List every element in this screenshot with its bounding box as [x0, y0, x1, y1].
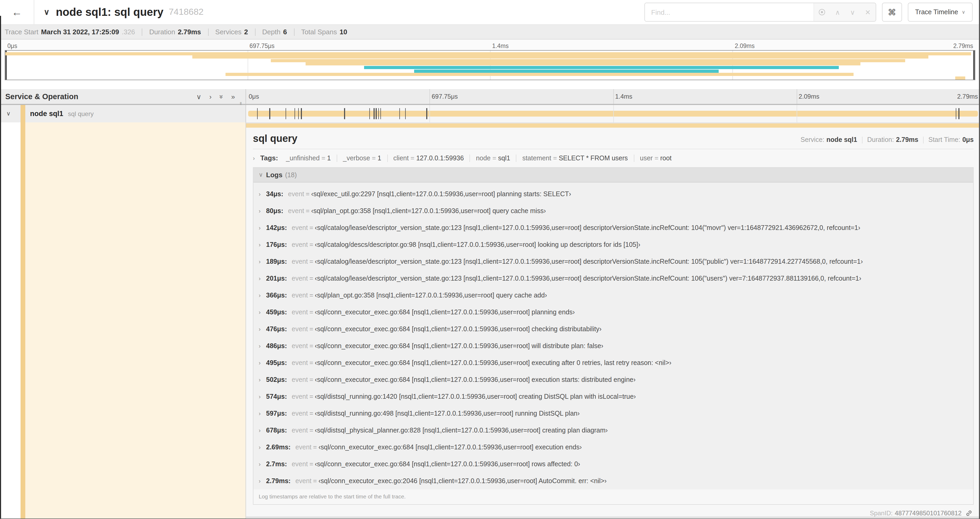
collapse-all-icon[interactable]: »	[217, 95, 225, 98]
keyboard-shortcuts-button[interactable]: ⌘	[882, 3, 902, 22]
tag-key: _unfinished	[286, 154, 320, 162]
tag-value: sql1	[498, 154, 510, 162]
log-equals: =	[309, 224, 313, 232]
log-expand-chevron-icon[interactable]: ›	[259, 461, 266, 467]
log-marker-tick	[405, 108, 406, 119]
log-timestamp: 486μs:	[266, 342, 287, 350]
log-row[interactable]: ›678μs:event=‹sql/distsql_physical_plann…	[253, 422, 973, 439]
meta-label: Depth	[262, 28, 280, 36]
log-equals: =	[306, 207, 310, 215]
log-row[interactable]: ›176μs:event=‹sql/catalog/descs/descript…	[253, 236, 973, 253]
collapse-trace-chevron-icon[interactable]: ∨	[44, 7, 49, 17]
log-expand-chevron-icon[interactable]: ›	[259, 326, 266, 332]
log-row[interactable]: ›502μs:event=‹sql/conn_executor_exec.go:…	[253, 371, 973, 388]
span-collapse-chevron-icon[interactable]: ∨	[6, 110, 16, 117]
log-expand-chevron-icon[interactable]: ›	[259, 259, 266, 265]
expand-one-icon[interactable]: ›	[209, 93, 212, 101]
log-equals: =	[309, 427, 313, 434]
log-row[interactable]: ›2.7ms:event=‹sql/conn_executor_exec.go:…	[253, 456, 973, 473]
log-expand-chevron-icon[interactable]: ›	[259, 444, 266, 450]
meta-label: Duration	[150, 28, 175, 36]
view-selector-button[interactable]: Trace Timeline ∨	[908, 3, 973, 22]
top-header: ← ∨ node sql1: sql query 7418682 ∧ ∨ ✕ ⌘…	[0, 0, 980, 25]
meta-divider	[255, 28, 255, 35]
log-row[interactable]: ›476μs:event=‹sql/conn_executor_exec.go:…	[253, 321, 973, 338]
log-row[interactable]: ›2.69ms:event=‹sql/conn_executor_exec.go…	[253, 439, 973, 456]
focus-match-icon[interactable]	[819, 9, 826, 15]
find-input[interactable]	[645, 3, 813, 21]
log-value: ‹sql/conn_executor_exec.go:684 [nsql1,cl…	[315, 308, 575, 316]
log-expand-chevron-icon[interactable]: ›	[259, 275, 266, 282]
log-field: event	[292, 410, 308, 417]
ruler-tick-label: 697.75μs	[432, 93, 458, 100]
log-expand-chevron-icon[interactable]: ›	[259, 410, 266, 417]
clear-find-icon[interactable]: ✕	[865, 8, 871, 16]
log-row[interactable]: ›486μs:event=‹sql/conn_executor_exec.go:…	[253, 338, 973, 355]
tags-row[interactable]: › Tags: _unfinished = 1_verbose = 1clien…	[253, 154, 974, 162]
viewport-right-handle[interactable]	[973, 51, 975, 80]
log-expand-chevron-icon[interactable]: ›	[259, 393, 266, 400]
log-expand-chevron-icon[interactable]: ›	[259, 427, 266, 434]
expand-all-icon[interactable]: »	[231, 93, 235, 101]
log-equals: =	[309, 292, 313, 299]
ruler-tick-label: 1.4ms	[615, 93, 632, 100]
log-row[interactable]: ›459μs:event=‹sql/conn_executor_exec.go:…	[253, 304, 973, 321]
log-expand-chevron-icon[interactable]: ›	[259, 208, 266, 214]
log-row[interactable]: ›597μs:event=‹sql/distsql_running.go:498…	[253, 405, 973, 422]
timeline-ruler: 0μs697.75μs1.4ms2.09ms2.79ms	[246, 89, 980, 104]
meta-value: 2	[244, 28, 248, 36]
span-row-name-cell[interactable]: ∨ node sql1 sql query	[0, 105, 246, 122]
log-row[interactable]: ›2.79ms:event=‹sql/conn_executor_exec.go…	[253, 473, 973, 489]
stat-divider	[862, 136, 862, 143]
collapse-one-icon[interactable]: ∨	[196, 93, 201, 101]
log-timestamp: 176μs:	[266, 241, 287, 248]
log-row[interactable]: ›201μs:event=‹sql/catalog/lease/descript…	[253, 270, 973, 287]
page-title: node sql1: sql query	[56, 6, 163, 18]
log-expand-chevron-icon[interactable]: ›	[259, 343, 266, 349]
prev-match-icon[interactable]: ∧	[835, 8, 840, 16]
deep-link-icon[interactable]	[965, 509, 973, 517]
log-row[interactable]: ›34μs:event=‹sql/exec_util.go:2297 [nsql…	[253, 186, 973, 203]
span-stats: Service: node sql1 Duration: 2.79ms Star…	[800, 136, 974, 144]
start-time-label: Start Time:	[928, 136, 960, 144]
log-expand-chevron-icon[interactable]: ›	[259, 309, 266, 315]
logs-collapse-chevron-icon[interactable]: ∨	[259, 171, 266, 178]
logs-header[interactable]: ∨ Logs (18)	[253, 168, 973, 182]
log-expand-chevron-icon[interactable]: ›	[259, 360, 266, 366]
tags-expand-chevron-icon[interactable]: ›	[253, 155, 260, 161]
log-expand-chevron-icon[interactable]: ›	[259, 191, 266, 197]
log-row[interactable]: ›574μs:event=‹sql/distsql_running.go:142…	[253, 388, 973, 405]
next-match-icon[interactable]: ∨	[850, 8, 855, 16]
minimap-time-labels: 0μs697.75μs1.4ms2.09ms2.79ms	[5, 40, 975, 50]
log-equals: =	[306, 190, 310, 198]
log-expand-chevron-icon[interactable]: ›	[259, 377, 266, 383]
log-timestamp: 495μs:	[266, 359, 287, 367]
minimap-span-bar	[414, 69, 719, 72]
ruler-gridline	[613, 89, 614, 104]
ruler-tick-label: 2.09ms	[799, 93, 819, 100]
span-row: ∨ node sql1 sql query	[0, 105, 980, 122]
log-row[interactable]: ›495μs:event=‹sql/conn_executor_exec.go:…	[253, 355, 973, 371]
log-expand-chevron-icon[interactable]: ›	[259, 292, 266, 299]
minimap-canvas[interactable]	[5, 50, 975, 80]
log-timestamp: 189μs:	[266, 258, 287, 265]
tag-key: client	[393, 154, 409, 162]
log-timestamp: 2.7ms:	[266, 460, 287, 468]
log-value: ‹sql/distsql_running.go:498 [nsql1,clien…	[315, 410, 579, 417]
span-id-row: SpanID: 4877749850101760812	[253, 509, 974, 517]
back-arrow-icon: ←	[11, 6, 22, 18]
log-expand-chevron-icon[interactable]: ›	[259, 225, 266, 231]
log-value: ‹sql/distsql_running.go:1420 [nsql1,clie…	[315, 393, 636, 400]
back-button[interactable]: ←	[0, 0, 34, 24]
log-row[interactable]: ›366μs:event=‹sql/plan_opt.go:358 [nsql1…	[253, 287, 973, 304]
log-row[interactable]: ›80μs:event=‹sql/plan_opt.go:358 [nsql1,…	[253, 203, 973, 219]
meta-divider	[294, 28, 294, 35]
log-expand-chevron-icon[interactable]: ›	[259, 241, 266, 248]
minimap-tick-label: 2.79ms	[953, 43, 973, 49]
log-expand-chevron-icon[interactable]: ›	[259, 478, 266, 484]
log-row[interactable]: ›189μs:event=‹sql/catalog/lease/descript…	[253, 253, 973, 270]
span-bar-cell[interactable]	[246, 105, 980, 122]
log-row[interactable]: ›142μs:event=‹sql/catalog/lease/descript…	[253, 219, 973, 236]
service-color-stripe	[21, 105, 25, 122]
duration-label: Duration:	[867, 136, 894, 144]
